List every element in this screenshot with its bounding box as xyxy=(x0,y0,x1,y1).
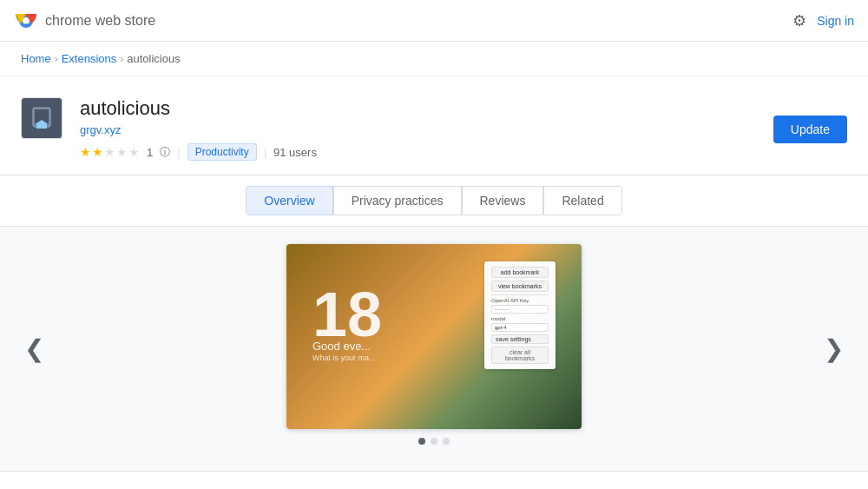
separator-1: | xyxy=(177,146,180,159)
star-2: ★ xyxy=(92,145,103,159)
tab-reviews[interactable]: Reviews xyxy=(462,186,544,215)
bookmark-icon xyxy=(30,106,54,130)
tab-privacy[interactable]: Privacy practices xyxy=(333,186,462,215)
carousel-prev-button[interactable]: ❮ xyxy=(17,327,51,370)
scr-divider-1 xyxy=(491,294,549,295)
rating-count: 1 xyxy=(147,146,153,159)
extension-name: autolicious xyxy=(80,97,756,120)
extension-author[interactable]: grgv.xyz xyxy=(80,123,756,136)
extension-meta: ★ ★ ★ ★ ★ 1 ⓘ | Productivity | 91 users xyxy=(80,143,756,161)
sign-in-link[interactable]: Sign in xyxy=(817,14,854,28)
carousel-dots xyxy=(418,438,450,453)
separator-2: | xyxy=(264,146,266,159)
update-button[interactable]: Update xyxy=(773,116,847,143)
chrome-logo-icon xyxy=(14,9,38,33)
scr-save-btn: save settings xyxy=(491,334,549,344)
breadcrumb-home[interactable]: Home xyxy=(21,52,51,65)
header-title: chrome web store xyxy=(45,13,155,29)
info-icon[interactable]: ⓘ xyxy=(160,145,170,160)
breadcrumb-current: autolicious xyxy=(127,52,180,65)
scr-add-bookmark: add bookmark xyxy=(491,267,549,278)
scr-model-label: model: xyxy=(491,316,549,321)
user-count: 91 users xyxy=(273,146,317,159)
tab-overview[interactable]: Overview xyxy=(246,186,332,215)
dot-1[interactable] xyxy=(418,438,425,445)
star-rating: ★ ★ ★ ★ ★ xyxy=(80,145,140,159)
scr-api-input: ·········· xyxy=(491,305,549,314)
scr-view-bookmarks: view bookmarks xyxy=(491,281,549,292)
star-1: ★ xyxy=(80,145,91,159)
star-3: ★ xyxy=(104,145,115,159)
breadcrumb-sep-1: › xyxy=(55,53,58,65)
screenshot-subtitle: What is your ma... xyxy=(312,354,376,362)
scr-clear-btn: clear all bookmarks xyxy=(491,347,549,364)
star-5: ★ xyxy=(128,145,140,159)
tab-related[interactable]: Related xyxy=(543,186,621,215)
extension-details: autolicious grgv.xyz ★ ★ ★ ★ ★ 1 ⓘ | Pro… xyxy=(80,97,756,161)
header: chrome web store ⚙ Sign in xyxy=(0,0,868,42)
screenshot-image: 18 Good eve... What is your ma... add bo… xyxy=(286,244,582,429)
breadcrumb-extensions[interactable]: Extensions xyxy=(62,52,117,65)
scr-api-label: OpenAI API Key xyxy=(491,298,549,303)
carousel-section: ❮ 18 Good eve... What is your ma... add … xyxy=(0,227,868,471)
bottom-section: Overview Automatic cataloging of bookmar… xyxy=(0,471,868,489)
header-left: chrome web store xyxy=(14,9,155,33)
screenshot-popup: add bookmark view bookmarks OpenAI API K… xyxy=(484,261,556,369)
tabs: Overview Privacy practices Reviews Relat… xyxy=(0,175,868,227)
gear-icon[interactable]: ⚙ xyxy=(792,11,806,30)
scr-model-select: gpt-4 xyxy=(491,323,549,332)
screenshot-container: 18 Good eve... What is your ma... add bo… xyxy=(286,244,582,429)
dot-3[interactable] xyxy=(443,438,450,445)
header-right: ⚙ Sign in xyxy=(792,11,854,30)
carousel-next-button[interactable]: ❯ xyxy=(817,327,851,370)
svg-point-1 xyxy=(23,17,30,24)
star-4: ★ xyxy=(116,145,128,159)
extension-icon xyxy=(21,97,62,139)
category-badge[interactable]: Productivity xyxy=(187,143,257,161)
dot-2[interactable] xyxy=(431,438,437,445)
breadcrumb-sep-2: › xyxy=(120,53,123,65)
extension-header: autolicious grgv.xyz ★ ★ ★ ★ ★ 1 ⓘ | Pro… xyxy=(0,76,868,175)
breadcrumb: Home › Extensions › autolicious xyxy=(0,42,868,76)
screenshot-greeting: Good eve... xyxy=(312,340,371,353)
